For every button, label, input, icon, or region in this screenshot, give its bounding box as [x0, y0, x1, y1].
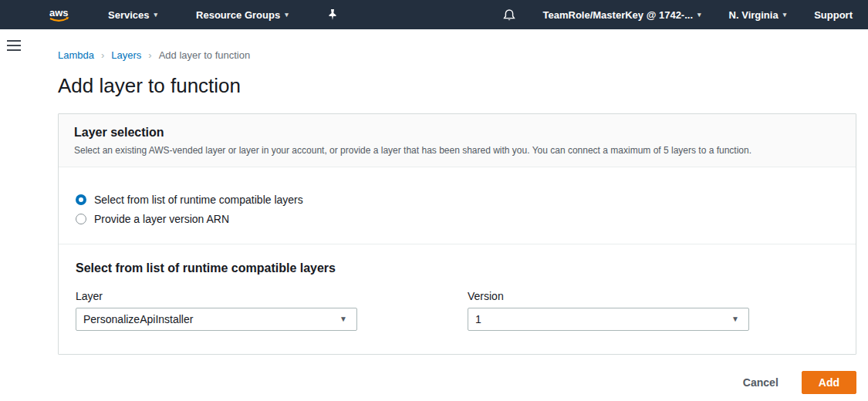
card-description: Select an existing AWS-vended layer or l… [74, 145, 840, 156]
nav-region-label: N. Virginia [729, 9, 778, 21]
nav-account-menu[interactable]: TeamRole/MasterKey @ 1742-... ▾ [539, 0, 706, 29]
chevron-down-icon: ▾ [783, 12, 787, 19]
radio-selected-icon[interactable] [76, 194, 86, 205]
layer-select-value: PersonalizeApiInstaller [83, 313, 193, 325]
version-field: Version 1 ▼ [468, 290, 749, 331]
breadcrumb-current-page: Add layer to function [159, 49, 251, 61]
version-select-value: 1 [475, 313, 481, 325]
nav-left-group: aws Services ▾ Resource Groups ▾ [0, 0, 343, 29]
nav-resource-groups-label: Resource Groups [196, 9, 280, 21]
breadcrumb-separator-icon: › [148, 49, 151, 61]
nav-resource-groups-menu[interactable]: Resource Groups ▾ [191, 0, 293, 29]
pin-icon[interactable] [323, 0, 343, 29]
main-content: Lambda › Layers › Add layer to function … [28, 29, 868, 401]
nav-region-menu[interactable]: N. Virginia ▾ [724, 0, 792, 29]
radio-unselected-icon[interactable] [76, 214, 86, 224]
nav-support-label: Support [814, 9, 853, 21]
cancel-button[interactable]: Cancel [743, 376, 778, 389]
nav-support-menu[interactable]: Support [809, 0, 857, 29]
top-navigation-bar: aws Services ▾ Resource Groups ▾ T [0, 0, 868, 29]
chevron-down-icon: ▾ [154, 12, 158, 19]
layer-field: Layer PersonalizeApiInstaller ▼ [76, 290, 357, 331]
aws-logo[interactable]: aws [45, 5, 74, 24]
svg-text:aws: aws [49, 7, 69, 19]
add-button[interactable]: Add [802, 371, 856, 394]
chevron-down-icon: ▼ [339, 315, 347, 323]
card-title: Layer selection [74, 126, 840, 140]
breadcrumb: Lambda › Layers › Add layer to function [58, 49, 856, 61]
breadcrumb-separator-icon: › [101, 49, 104, 61]
runtime-compatible-layers-section: Select from list of runtime compatible l… [59, 244, 856, 354]
nav-services-menu[interactable]: Services ▾ [103, 0, 162, 29]
notifications-bell-icon[interactable] [498, 0, 520, 29]
layer-source-radio-group: Select from list of runtime compatible l… [59, 167, 856, 225]
page-title: Add layer to function [58, 74, 856, 98]
nav-right-group: TeamRole/MasterKey @ 1742-... ▾ N. Virgi… [480, 0, 868, 29]
layer-selection-card: Layer selection Select an existing AWS-v… [58, 113, 856, 355]
nav-services-label: Services [108, 9, 150, 21]
card-header: Layer selection Select an existing AWS-v… [59, 114, 856, 167]
footer-actions: Cancel Add [58, 371, 856, 394]
breadcrumb-layers-link[interactable]: Layers [111, 49, 141, 61]
radio-layer-version-arn[interactable]: Provide a layer version ARN [76, 213, 839, 225]
version-field-label: Version [468, 290, 749, 302]
layer-field-label: Layer [76, 290, 357, 302]
chevron-down-icon: ▾ [697, 12, 701, 19]
chevron-down-icon: ▾ [285, 12, 289, 19]
chevron-down-icon: ▼ [731, 315, 739, 323]
aws-logo-icon: aws [45, 5, 74, 24]
left-sidebar [0, 29, 28, 401]
radio-label: Select from list of runtime compatible l… [94, 194, 303, 206]
hamburger-menu-icon[interactable] [7, 40, 21, 51]
fields-row: Layer PersonalizeApiInstaller ▼ Version … [76, 290, 839, 331]
breadcrumb-lambda-link[interactable]: Lambda [58, 49, 94, 61]
version-select[interactable]: 1 ▼ [468, 308, 749, 331]
nav-account-label: TeamRole/MasterKey @ 1742-... [543, 9, 694, 21]
layer-select[interactable]: PersonalizeApiInstaller ▼ [76, 308, 357, 331]
radio-label: Provide a layer version ARN [94, 213, 229, 225]
radio-runtime-compatible-layers[interactable]: Select from list of runtime compatible l… [76, 194, 839, 206]
section-title: Select from list of runtime compatible l… [76, 261, 839, 275]
